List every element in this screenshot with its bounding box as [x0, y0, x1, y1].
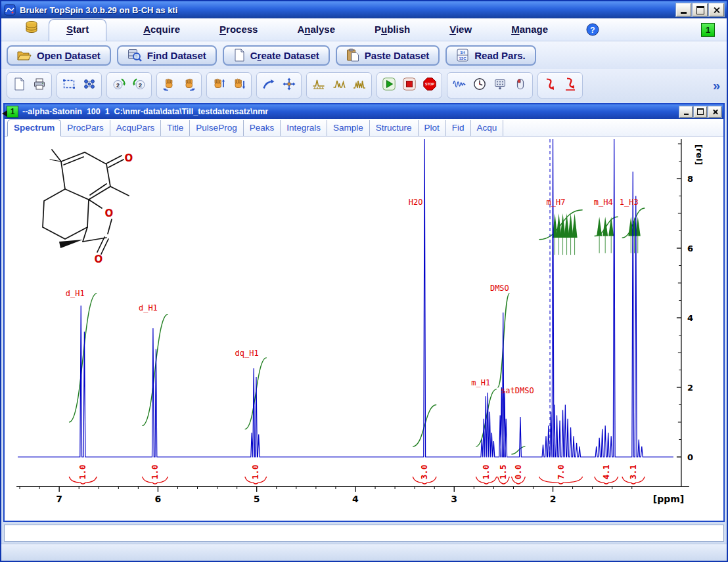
hand-rotate-left-icon: [162, 77, 175, 93]
hand-rotate-right-icon: [183, 77, 196, 93]
menu-manage[interactable]: Manage: [509, 20, 551, 41]
multiplet-marker: [597, 217, 602, 236]
toolbar-group: [57, 72, 102, 98]
peak-label: DMSO: [490, 284, 509, 293]
integral-value: 0.0: [513, 465, 523, 480]
menu-process[interactable]: Process: [217, 20, 260, 41]
acquisition-time-button[interactable]: [470, 74, 489, 97]
maximize-button[interactable]: [693, 3, 708, 16]
close-button[interactable]: [709, 3, 724, 16]
menu-bar: StartAcquireProcessAnalysePublishViewMan…: [1, 18, 727, 41]
command-line-input[interactable]: [4, 525, 724, 542]
create-dataset-button[interactable]: Create Dataset: [223, 45, 330, 66]
print-button[interactable]: [30, 74, 49, 97]
tab-plot[interactable]: Plot: [419, 120, 446, 136]
x-tick-label: 3: [451, 494, 457, 504]
menu-acquire[interactable]: Acquire: [141, 20, 183, 41]
menu-view[interactable]: View: [447, 20, 474, 41]
find-database-icon: [127, 49, 142, 62]
sidebar-collapse-arrow[interactable]: [2, 110, 7, 117]
paste-dataset-button[interactable]: Paste Dataset: [336, 45, 440, 66]
tab-title[interactable]: Title: [161, 120, 190, 136]
integral-value: 7.0: [556, 465, 566, 480]
run-acquisition-button[interactable]: [379, 74, 399, 97]
scroll-right-button[interactable]: [179, 74, 199, 97]
help-icon[interactable]: ?: [586, 23, 599, 39]
zoom-out-x2-button[interactable]: 2: [109, 74, 129, 97]
svg-text:13C: 13C: [459, 56, 467, 60]
toolbar-group: [7, 72, 52, 98]
molecule-icon: [83, 77, 96, 93]
halt-acquisition-button[interactable]: STOP: [420, 74, 440, 97]
phase-correction-button[interactable]: [540, 74, 560, 97]
multiplet-analysis-button[interactable]: [350, 74, 369, 97]
zoom-in-x2-button[interactable]: 2: [129, 74, 149, 97]
minimize-icon: [684, 114, 689, 115]
peak-ruler-icon: [312, 77, 325, 93]
spectrum-canvas[interactable]: d_H1d_H1dq_H1H2Om_H1DMSOsatDMSOm_H7m_H41…: [5, 137, 723, 521]
tab-acqu[interactable]: Acqu: [471, 120, 504, 136]
x-tick-label: 2: [550, 494, 557, 504]
tab-procpars[interactable]: ProcPars: [61, 120, 110, 136]
screen-indicator-badge: 1: [701, 23, 715, 37]
integral-curve: [511, 446, 525, 454]
toolbar-group: STOP: [376, 72, 442, 98]
dataset-minimize-button[interactable]: [679, 106, 693, 118]
button-label: Paste Dataset: [365, 50, 429, 61]
menu-analyse[interactable]: Analyse: [294, 20, 338, 41]
baseline-correction-button[interactable]: [560, 74, 580, 97]
minimize-button[interactable]: [676, 3, 691, 16]
menu-items: StartAcquireProcessAnalysePublishViewMan…: [49, 19, 551, 41]
tab-sample[interactable]: Sample: [327, 120, 370, 136]
tab-fid[interactable]: Fid: [446, 120, 471, 136]
peak-label: d_H1: [139, 303, 158, 313]
dataset-close-button[interactable]: [708, 106, 721, 118]
toolbar-group: [156, 72, 202, 98]
menu-start[interactable]: Start: [49, 19, 106, 41]
integral-value: 3.1: [628, 465, 638, 480]
toolbar-group: [256, 72, 302, 98]
button-label: Read Pars.: [474, 50, 526, 61]
zoom-region-button[interactable]: [59, 74, 79, 97]
calibrate-axis-button[interactable]: [309, 74, 329, 97]
tab-acqupars[interactable]: AcquPars: [110, 120, 162, 136]
new-dataset-button[interactable]: [9, 74, 29, 97]
scale-down-button[interactable]: [229, 74, 249, 97]
reset-view-button[interactable]: [259, 74, 279, 97]
close-icon: [713, 7, 720, 14]
keypad-icon: [493, 77, 507, 93]
tab-structure[interactable]: Structure: [370, 120, 419, 136]
menu-publish[interactable]: Publish: [372, 20, 413, 41]
open-dataset-button[interactable]: Open Dataset: [7, 45, 111, 66]
red-s-arrow-icon: [543, 77, 557, 93]
peak-label: 1_H3: [620, 198, 639, 207]
tab-pulseprog[interactable]: PulseProg: [190, 120, 243, 136]
open-folder-icon: [17, 49, 32, 61]
dataset-stack-icon[interactable]: [24, 20, 39, 38]
toolbar-overflow-chevron[interactable]: »: [713, 78, 721, 93]
mouse-tool-button[interactable]: [511, 74, 530, 97]
tab-spectrum[interactable]: Spectrum: [7, 119, 61, 137]
window-title: Bruker TopSpin 3.0.b.29 on B-CH as kti: [20, 5, 672, 15]
tab-integrals[interactable]: Integrals: [281, 120, 327, 136]
stop-acquisition-button[interactable]: [399, 74, 419, 97]
tab-peaks[interactable]: Peaks: [244, 120, 281, 136]
wedge-bond: [59, 240, 83, 248]
scroll-left-button[interactable]: [159, 74, 179, 97]
bsms-panel-button[interactable]: [490, 74, 510, 97]
scale-up-button[interactable]: [209, 74, 229, 97]
fid-wiggle-icon: [453, 77, 466, 93]
move-spectrum-button[interactable]: [279, 74, 299, 97]
find-dataset-button[interactable]: Find Dataset: [117, 45, 217, 66]
title-bar: Bruker TopSpin 3.0.b.29 on B-CH as kti: [1, 1, 727, 18]
y-tick-label: 6: [687, 244, 693, 253]
y-tick-label: 2: [687, 383, 693, 393]
peak-picking-button[interactable]: [329, 74, 349, 97]
fid-display-button[interactable]: [449, 74, 469, 97]
structure-view-button[interactable]: [80, 74, 99, 97]
dataset-maximize-button[interactable]: [694, 106, 707, 118]
marquee-icon: [62, 77, 76, 93]
read-pars-button[interactable]: 1H13CRead Pars.: [445, 45, 536, 66]
integral-value: 4.1: [601, 465, 611, 480]
play-icon: [382, 77, 396, 93]
